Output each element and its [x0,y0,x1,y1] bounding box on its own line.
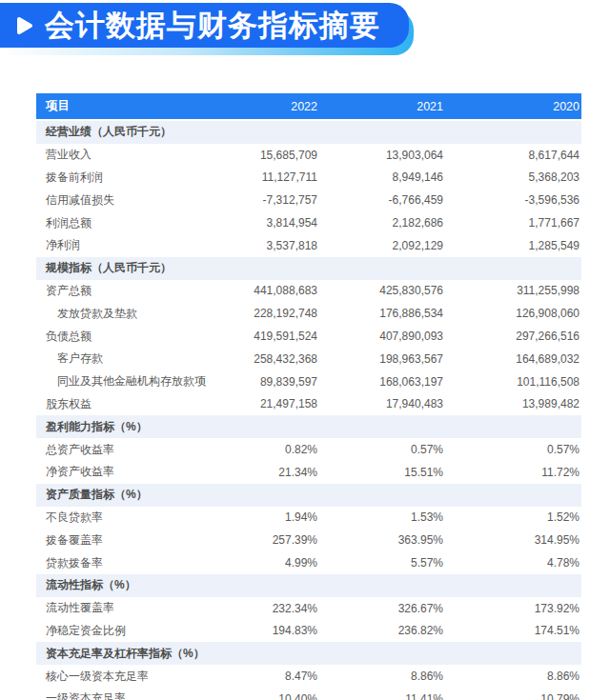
column-header-2020: 2020 [445,93,581,120]
cell-value: 363.95% [319,529,445,551]
table-row: 流动性覆盖率232.34%326.67%173.92% [36,597,581,620]
cell-value: 232.34% [193,597,319,620]
table-row: 发放贷款及垫款228,192,748176,886,534126,908,060 [36,302,581,325]
cell-value: 8,949,146 [319,167,445,190]
cell-value: 13,989,482 [445,393,581,416]
row-label: 净稳定资金比例 [36,620,193,643]
cell-value: 21,497,158 [193,393,319,416]
cell-value: 326.67% [319,597,445,620]
cell-value: 101,116,508 [445,370,581,393]
cell-value: 0.57% [445,438,581,461]
financial-summary-table: 项目 2022 2021 2020 经营业绩（人民币千元）营业收入15,685,… [36,93,581,700]
cell-value: 11.72% [445,461,581,484]
cell-value: 10.40% [193,688,319,700]
row-label: 资产总额 [36,280,193,303]
table-body: 经营业绩（人民币千元）营业收入15,685,70913,903,0648,617… [36,120,581,700]
cell-value: 0.82% [193,438,319,461]
cell-value: 4.78% [445,551,581,574]
cell-value: 258,432,368 [193,348,319,370]
section-header-row: 资本充足率及杠杆率指标（%） [36,642,581,665]
cell-value: 11,127,711 [193,167,319,190]
cell-value: 3,814,954 [193,211,319,234]
cell-value: 194.83% [193,620,319,643]
cell-value: 5.57% [319,551,445,574]
cell-value: 15,685,709 [193,144,319,167]
row-label: 拨备覆盖率 [36,529,193,551]
cell-value: 164,689,032 [445,348,581,370]
section-header-row: 流动性指标（%） [36,574,581,597]
table-row: 股东权益21,497,15817,940,48313,989,482 [36,393,581,416]
cell-value: 168,063,197 [319,370,445,393]
section-header-row: 规模指标（人民币千元） [36,257,581,280]
row-label: 信用减值损失 [36,189,193,211]
play-triangle-icon [15,15,34,36]
row-label: 客户存款 [36,348,193,370]
row-label: 负债总额 [36,325,193,348]
row-label: 贷款拨备率 [36,551,193,574]
section-label: 规模指标（人民币千元） [36,257,581,280]
section-label: 盈利能力指标（%） [36,415,581,438]
cell-value: 10.79% [445,688,581,700]
cell-value: 314.95% [445,529,581,551]
section-header-row: 经营业绩（人民币千元） [36,120,581,144]
cell-value: 17,940,483 [319,393,445,416]
cell-value: 4.99% [193,551,319,574]
cell-value: 89,839,597 [193,370,319,393]
cell-value: 2,182,686 [319,211,445,234]
section-label: 资产质量指标（%） [36,484,581,507]
row-label: 一级资本充足率 [36,688,193,700]
section-label: 资本充足率及杠杆率指标（%） [36,642,581,665]
cell-value: -6,766,459 [319,189,445,211]
row-label: 拨备前利润 [36,167,193,190]
cell-value: 5,368,203 [445,167,581,190]
row-label: 利润总额 [36,211,193,234]
section-banner: 会计数据与财务指标摘要 [0,3,409,56]
cell-value: 441,088,683 [193,280,319,303]
cell-value: 257.39% [193,529,319,551]
cell-value: 13,903,064 [319,144,445,167]
cell-value: 1,285,549 [445,234,581,257]
cell-value: 419,591,524 [193,325,319,348]
row-label: 营业收入 [36,144,193,167]
cell-value: 8.86% [319,665,445,688]
cell-value: -7,312,757 [193,189,319,211]
cell-value: 425,830,576 [319,280,445,303]
table-row: 利润总额3,814,9542,182,6861,771,667 [36,211,581,234]
cell-value: 8.47% [193,665,319,688]
table-row: 负债总额419,591,524407,890,093297,266,516 [36,325,581,348]
cell-value: 176,886,534 [319,302,445,325]
table-row: 客户存款258,432,368198,963,567164,689,032 [36,348,581,370]
row-label: 净资产收益率 [36,461,193,484]
table-row: 资产总额441,088,683425,830,576311,255,998 [36,280,581,303]
row-label: 发放贷款及垫款 [36,302,193,325]
cell-value: 126,908,060 [445,302,581,325]
cell-value: 3,537,818 [193,234,319,257]
section-label: 流动性指标（%） [36,574,581,597]
cell-value: 0.57% [319,438,445,461]
cell-value: 236.82% [319,620,445,643]
table-row: 同业及其他金融机构存放款项89,839,597168,063,197101,11… [36,370,581,393]
table-row: 净稳定资金比例194.83%236.82%174.51% [36,620,581,643]
cell-value: 407,890,093 [319,325,445,348]
section-header-row: 资产质量指标（%） [36,484,581,507]
row-label: 流动性覆盖率 [36,597,193,620]
banner-main-shape: 会计数据与财务指标摘要 [0,3,409,48]
cell-value: 228,192,748 [193,302,319,325]
cell-value: 198,963,567 [319,348,445,370]
row-label: 净利润 [36,234,193,257]
cell-value: 311,255,998 [445,280,581,303]
cell-value: 297,266,516 [445,325,581,348]
row-label: 同业及其他金融机构存放款项 [36,370,193,393]
section-label: 经营业绩（人民币千元） [36,120,581,144]
cell-value: -3,596,536 [445,189,581,211]
table-row: 营业收入15,685,70913,903,0648,617,644 [36,144,581,167]
section-header-row: 盈利能力指标（%） [36,415,581,438]
column-header-2021: 2021 [319,93,445,120]
row-label: 股东权益 [36,393,193,416]
table-row: 贷款拨备率4.99%5.57%4.78% [36,551,581,574]
column-header-item: 项目 [36,93,193,120]
table-row: 不良贷款率1.94%1.53%1.52% [36,507,581,530]
row-label: 核心一级资本充足率 [36,665,193,688]
table-row: 净利润3,537,8182,092,1291,285,549 [36,234,581,257]
table-row: 拨备覆盖率257.39%363.95%314.95% [36,529,581,551]
